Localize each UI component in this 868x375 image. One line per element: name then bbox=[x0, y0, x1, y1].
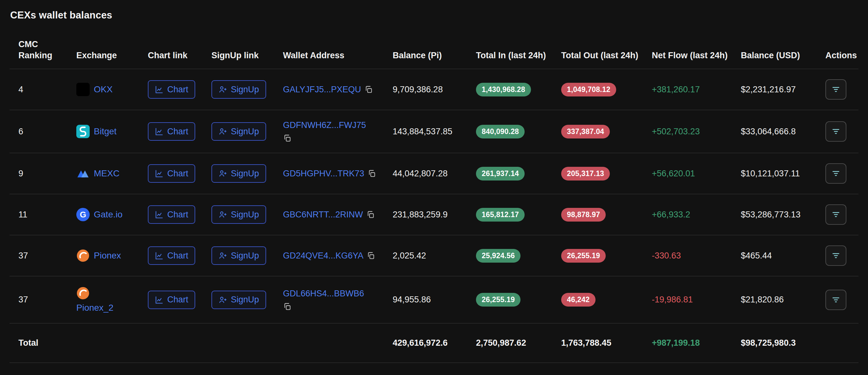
chart-button[interactable]: Chart bbox=[148, 205, 195, 224]
total-out-badge: 1,049,708.12 bbox=[561, 83, 616, 96]
user-plus-icon bbox=[218, 210, 227, 219]
header-chart-link: Chart link bbox=[148, 39, 211, 69]
table-row: 11 G Gate.io Chart SignUp GBC6NRTT...2RI… bbox=[9, 194, 859, 235]
chart-button[interactable]: Chart bbox=[148, 247, 195, 265]
total-out-badge: 26,255.19 bbox=[561, 249, 606, 263]
actions-button[interactable] bbox=[826, 121, 846, 142]
total-label: Total bbox=[9, 323, 76, 363]
exchange-link[interactable]: OKX bbox=[94, 84, 113, 94]
header-total-out: Total Out (last 24h) bbox=[561, 39, 652, 69]
header-balance-pi: Balance (Pi) bbox=[393, 39, 476, 69]
total-row: Total 429,616,972.6 2,750,987.62 1,763,7… bbox=[9, 323, 859, 363]
exchange-link[interactable]: Pionex_2 bbox=[76, 303, 114, 313]
filter-icon bbox=[831, 251, 841, 260]
net-flow-value: -19,986.81 bbox=[652, 276, 741, 323]
wallet-address-link[interactable]: GDL66HS4...BBWB6 bbox=[283, 289, 364, 298]
table-header-row: CMC Ranking Exchange Chart link SignUp l… bbox=[9, 39, 859, 69]
signup-button[interactable]: SignUp bbox=[211, 80, 266, 99]
chart-button[interactable]: Chart bbox=[148, 164, 195, 183]
copy-icon[interactable] bbox=[368, 169, 376, 178]
header-cmc-ranking: CMC Ranking bbox=[9, 39, 76, 69]
cex-balances-table: CMC Ranking Exchange Chart link SignUp l… bbox=[9, 39, 859, 363]
user-plus-icon bbox=[218, 251, 227, 260]
cmc-ranking-value: 9 bbox=[9, 153, 76, 194]
signup-button[interactable]: SignUp bbox=[211, 164, 266, 183]
header-signup-link: SignUp link bbox=[211, 39, 283, 69]
pionex-logo bbox=[76, 249, 90, 262]
balance-pi-value: 94,955.86 bbox=[393, 276, 476, 323]
actions-button[interactable] bbox=[826, 290, 846, 310]
actions-button[interactable] bbox=[826, 246, 846, 266]
actions-button[interactable] bbox=[826, 79, 846, 99]
balance-usd-value: $33,064,666.8 bbox=[741, 110, 826, 153]
wallet-address-link[interactable]: GBC6NRTT...2RINW bbox=[283, 210, 363, 219]
net-flow-value: +56,620.01 bbox=[652, 153, 741, 194]
exchange-link[interactable]: Pionex bbox=[94, 251, 121, 261]
total-out-badge: 205,317.13 bbox=[561, 167, 610, 180]
balance-pi-value: 44,042,807.28 bbox=[393, 153, 476, 194]
line-chart-icon bbox=[155, 169, 164, 178]
actions-button[interactable] bbox=[826, 204, 846, 225]
exchange-link[interactable]: MEXC bbox=[94, 168, 120, 179]
filter-icon bbox=[831, 210, 841, 219]
table-row: 6 Bitget Chart SignUp GDFNWH6Z...FWJ75 1… bbox=[9, 110, 859, 153]
mexc-logo bbox=[76, 167, 90, 180]
wallet-address-link[interactable]: GALYJFJ5...PXEQU bbox=[283, 85, 361, 94]
total-out-badge: 46,242 bbox=[561, 293, 595, 307]
header-exchange: Exchange bbox=[76, 39, 148, 69]
wallet-address-link[interactable]: GDFNWH6Z...FWJ75 bbox=[283, 120, 366, 130]
total-in-badge: 261,937.14 bbox=[476, 167, 525, 180]
copy-icon[interactable] bbox=[366, 210, 375, 219]
wallet-address-link[interactable]: GD5HGPHV...TRK73 bbox=[283, 169, 364, 178]
header-total-in: Total In (last 24h) bbox=[476, 39, 561, 69]
gateio-logo: G bbox=[76, 208, 90, 221]
balance-pi-value: 2,025.42 bbox=[393, 235, 476, 276]
line-chart-icon bbox=[155, 251, 164, 260]
actions-button[interactable] bbox=[826, 163, 846, 184]
exchange-link[interactable]: Bitget bbox=[94, 126, 117, 137]
chart-button[interactable]: Chart bbox=[148, 291, 195, 309]
net-flow-value: +502,703.23 bbox=[652, 110, 741, 153]
cmc-ranking-value: 4 bbox=[9, 69, 76, 110]
header-wallet-address: Wallet Address bbox=[283, 39, 393, 69]
line-chart-icon bbox=[155, 127, 164, 136]
total-in-badge: 25,924.56 bbox=[476, 249, 521, 263]
filter-icon bbox=[831, 127, 841, 136]
total-in-sum: 2,750,987.62 bbox=[476, 323, 561, 363]
total-in-badge: 1,430,968.28 bbox=[476, 83, 531, 96]
user-plus-icon bbox=[218, 127, 227, 136]
user-plus-icon bbox=[218, 85, 227, 94]
net-flow-value: -330.63 bbox=[652, 235, 741, 276]
copy-icon[interactable] bbox=[367, 252, 375, 260]
total-net-flow: +987,199.18 bbox=[652, 323, 741, 363]
balance-usd-value: $53,286,773.13 bbox=[741, 194, 826, 235]
pionex-logo bbox=[76, 287, 90, 300]
net-flow-value: +66,933.2 bbox=[652, 194, 741, 235]
signup-button[interactable]: SignUp bbox=[211, 205, 266, 224]
copy-icon[interactable] bbox=[283, 134, 291, 143]
signup-button[interactable]: SignUp bbox=[211, 291, 266, 309]
total-in-badge: 840,090.28 bbox=[476, 125, 525, 139]
table-row: 4 OKX Chart SignUp GALYJFJ5...PXEQU 9,70… bbox=[9, 69, 859, 110]
balance-pi-value: 231,883,259.9 bbox=[393, 194, 476, 235]
cmc-ranking-value: 37 bbox=[9, 276, 76, 323]
wallet-address-link[interactable]: GD24QVE4...KG6YA bbox=[283, 251, 364, 260]
balance-pi-value: 143,884,537.85 bbox=[393, 110, 476, 153]
balance-usd-value: $465.44 bbox=[741, 235, 826, 276]
total-out-sum: 1,763,788.45 bbox=[561, 323, 652, 363]
total-balance-pi: 429,616,972.6 bbox=[393, 323, 476, 363]
signup-button[interactable]: SignUp bbox=[211, 247, 266, 265]
line-chart-icon bbox=[155, 210, 164, 219]
total-in-badge: 26,255.19 bbox=[476, 293, 521, 307]
header-net-flow: Net Flow (last 24h) bbox=[652, 39, 741, 69]
chart-button[interactable]: Chart bbox=[148, 80, 195, 99]
signup-button[interactable]: SignUp bbox=[211, 122, 266, 141]
chart-button[interactable]: Chart bbox=[148, 122, 195, 141]
copy-icon[interactable] bbox=[364, 85, 373, 94]
exchange-link[interactable]: Gate.io bbox=[94, 209, 122, 220]
filter-icon bbox=[831, 85, 841, 94]
total-in-badge: 165,812.17 bbox=[476, 208, 525, 222]
cmc-ranking-value: 11 bbox=[9, 194, 76, 235]
copy-icon[interactable] bbox=[283, 302, 291, 311]
user-plus-icon bbox=[218, 169, 227, 178]
